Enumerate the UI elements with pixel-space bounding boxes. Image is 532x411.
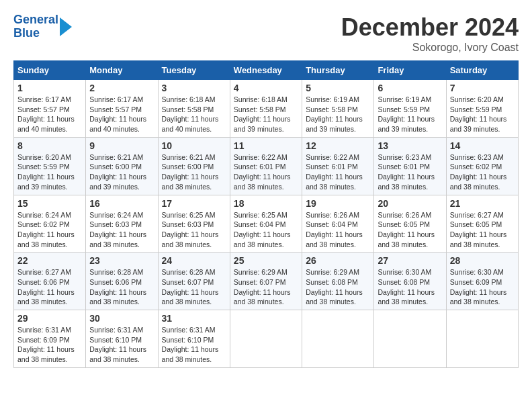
logo: General Blue <box>13 13 72 40</box>
sunset-label: Sunset: 5:58 PM <box>234 105 286 113</box>
sunset-label: Sunset: 6:01 PM <box>234 163 286 171</box>
calendar-week-row: 8 Sunrise: 6:20 AM Sunset: 5:59 PM Dayli… <box>14 137 519 195</box>
sunrise-label: Sunrise: 6:22 AM <box>306 153 359 161</box>
calendar-cell: 17 Sunrise: 6:25 AM Sunset: 6:03 PM Dayl… <box>158 195 230 253</box>
sunrise-label: Sunrise: 6:25 AM <box>162 211 216 219</box>
weekday-header: Tuesday <box>158 61 230 80</box>
day-info: Sunrise: 6:21 AM Sunset: 6:00 PM Dayligh… <box>162 152 226 192</box>
calendar-week-row: 29 Sunrise: 6:31 AM Sunset: 6:09 PM Dayl… <box>14 310 519 368</box>
sunset-label: Sunset: 6:04 PM <box>306 220 358 228</box>
calendar-cell: 27 Sunrise: 6:30 AM Sunset: 6:08 PM Dayl… <box>374 253 446 310</box>
daylight-label: Daylight: 11 hours and 38 minutes. <box>89 288 146 306</box>
sunrise-label: Sunrise: 6:31 AM <box>17 326 71 334</box>
daylight-label: Daylight: 11 hours and 39 minutes. <box>450 115 507 133</box>
calendar-cell: 26 Sunrise: 6:29 AM Sunset: 6:08 PM Dayl… <box>302 253 374 310</box>
sunset-label: Sunset: 5:57 PM <box>89 105 142 113</box>
day-number: 15 <box>17 198 82 209</box>
day-number: 28 <box>450 255 515 266</box>
daylight-label: Daylight: 11 hours and 38 minutes. <box>162 173 219 191</box>
sunset-label: Sunset: 6:00 PM <box>162 163 214 171</box>
day-number: 4 <box>234 83 298 93</box>
day-info: Sunrise: 6:30 AM Sunset: 6:09 PM Dayligh… <box>450 267 515 307</box>
sunset-label: Sunset: 6:05 PM <box>378 220 430 228</box>
logo-text: General Blue <box>13 13 58 40</box>
calendar-cell: 15 Sunrise: 6:24 AM Sunset: 6:02 PM Dayl… <box>14 195 86 253</box>
sunrise-label: Sunrise: 6:28 AM <box>89 268 143 276</box>
daylight-label: Daylight: 11 hours and 38 minutes. <box>234 288 291 306</box>
day-info: Sunrise: 6:23 AM Sunset: 6:02 PM Dayligh… <box>450 152 515 192</box>
day-number: 12 <box>306 140 370 151</box>
calendar-cell: 19 Sunrise: 6:26 AM Sunset: 6:04 PM Dayl… <box>302 195 374 253</box>
sunset-label: Sunset: 6:00 PM <box>89 163 142 171</box>
daylight-label: Daylight: 11 hours and 38 minutes. <box>89 345 146 363</box>
day-info: Sunrise: 6:21 AM Sunset: 6:00 PM Dayligh… <box>89 152 154 192</box>
day-info: Sunrise: 6:22 AM Sunset: 6:01 PM Dayligh… <box>234 152 298 192</box>
calendar-cell: 18 Sunrise: 6:25 AM Sunset: 6:04 PM Dayl… <box>230 195 302 253</box>
day-info: Sunrise: 6:19 AM Sunset: 5:59 PM Dayligh… <box>378 95 442 134</box>
sunset-label: Sunset: 6:02 PM <box>17 220 70 228</box>
day-info: Sunrise: 6:29 AM Sunset: 6:07 PM Dayligh… <box>234 267 298 307</box>
day-info: Sunrise: 6:29 AM Sunset: 6:08 PM Dayligh… <box>306 267 370 307</box>
daylight-label: Daylight: 11 hours and 39 minutes. <box>378 115 435 133</box>
sunset-label: Sunset: 6:07 PM <box>162 278 214 286</box>
day-number: 25 <box>234 255 298 266</box>
daylight-label: Daylight: 11 hours and 38 minutes. <box>450 230 507 248</box>
location-label: Sokorogo, Ivory Coast <box>341 42 519 54</box>
day-number: 19 <box>306 198 370 209</box>
day-number: 9 <box>89 140 154 151</box>
sunrise-label: Sunrise: 6:30 AM <box>450 268 504 276</box>
calendar-cell <box>446 310 518 368</box>
sunrise-label: Sunrise: 6:27 AM <box>17 268 71 276</box>
weekday-header: Friday <box>374 61 446 80</box>
day-info: Sunrise: 6:31 AM Sunset: 6:09 PM Dayligh… <box>17 325 82 365</box>
day-info: Sunrise: 6:17 AM Sunset: 5:57 PM Dayligh… <box>89 95 154 134</box>
calendar-week-row: 15 Sunrise: 6:24 AM Sunset: 6:02 PM Dayl… <box>14 195 519 253</box>
calendar-cell: 2 Sunrise: 6:17 AM Sunset: 5:57 PM Dayli… <box>86 80 158 138</box>
daylight-label: Daylight: 11 hours and 40 minutes. <box>162 115 219 133</box>
day-info: Sunrise: 6:27 AM Sunset: 6:05 PM Dayligh… <box>450 210 515 250</box>
day-info: Sunrise: 6:18 AM Sunset: 5:58 PM Dayligh… <box>162 95 226 134</box>
sunset-label: Sunset: 6:06 PM <box>89 278 142 286</box>
daylight-label: Daylight: 11 hours and 40 minutes. <box>89 115 146 133</box>
sunset-label: Sunset: 6:04 PM <box>234 220 286 228</box>
sunrise-label: Sunrise: 6:29 AM <box>234 268 287 276</box>
day-info: Sunrise: 6:26 AM Sunset: 6:05 PM Dayligh… <box>378 210 442 250</box>
calendar-cell: 29 Sunrise: 6:31 AM Sunset: 6:09 PM Dayl… <box>14 310 86 368</box>
daylight-label: Daylight: 11 hours and 38 minutes. <box>162 288 219 306</box>
sunset-label: Sunset: 6:07 PM <box>234 278 286 286</box>
day-number: 6 <box>378 83 442 93</box>
calendar-cell: 8 Sunrise: 6:20 AM Sunset: 5:59 PM Dayli… <box>14 137 86 195</box>
day-info: Sunrise: 6:26 AM Sunset: 6:04 PM Dayligh… <box>306 210 370 250</box>
day-info: Sunrise: 6:20 AM Sunset: 5:59 PM Dayligh… <box>450 95 515 134</box>
sunrise-label: Sunrise: 6:24 AM <box>17 211 71 219</box>
sunrise-label: Sunrise: 6:21 AM <box>89 153 143 161</box>
daylight-label: Daylight: 11 hours and 38 minutes. <box>378 173 435 191</box>
sunrise-label: Sunrise: 6:28 AM <box>162 268 216 276</box>
sunrise-label: Sunrise: 6:31 AM <box>162 326 216 334</box>
sunrise-label: Sunrise: 6:20 AM <box>450 95 504 103</box>
sunset-label: Sunset: 6:10 PM <box>89 336 142 344</box>
sunrise-label: Sunrise: 6:17 AM <box>17 95 71 103</box>
sunset-label: Sunset: 6:08 PM <box>306 278 358 286</box>
sunrise-label: Sunrise: 6:26 AM <box>306 211 359 219</box>
daylight-label: Daylight: 11 hours and 38 minutes. <box>89 230 146 248</box>
calendar-cell: 31 Sunrise: 6:31 AM Sunset: 6:10 PM Dayl… <box>158 310 230 368</box>
day-number: 11 <box>234 140 298 151</box>
day-number: 22 <box>17 255 82 266</box>
sunrise-label: Sunrise: 6:21 AM <box>162 153 216 161</box>
day-number: 21 <box>450 198 515 209</box>
calendar-cell: 23 Sunrise: 6:28 AM Sunset: 6:06 PM Dayl… <box>86 253 158 310</box>
daylight-label: Daylight: 11 hours and 38 minutes. <box>17 345 75 363</box>
day-info: Sunrise: 6:24 AM Sunset: 6:02 PM Dayligh… <box>17 210 82 250</box>
daylight-label: Daylight: 11 hours and 38 minutes. <box>378 230 435 248</box>
day-info: Sunrise: 6:25 AM Sunset: 6:04 PM Dayligh… <box>234 210 298 250</box>
logo-general: General <box>13 13 58 26</box>
day-info: Sunrise: 6:22 AM Sunset: 6:01 PM Dayligh… <box>306 152 370 192</box>
day-info: Sunrise: 6:27 AM Sunset: 6:06 PM Dayligh… <box>17 267 82 307</box>
daylight-label: Daylight: 11 hours and 38 minutes. <box>306 288 363 306</box>
daylight-label: Daylight: 11 hours and 38 minutes. <box>162 345 219 363</box>
day-info: Sunrise: 6:17 AM Sunset: 5:57 PM Dayligh… <box>17 95 82 134</box>
sunrise-label: Sunrise: 6:20 AM <box>17 153 71 161</box>
title-block: December 2024 Sokorogo, Ivory Coast <box>341 13 519 54</box>
sunset-label: Sunset: 5:58 PM <box>162 105 214 113</box>
